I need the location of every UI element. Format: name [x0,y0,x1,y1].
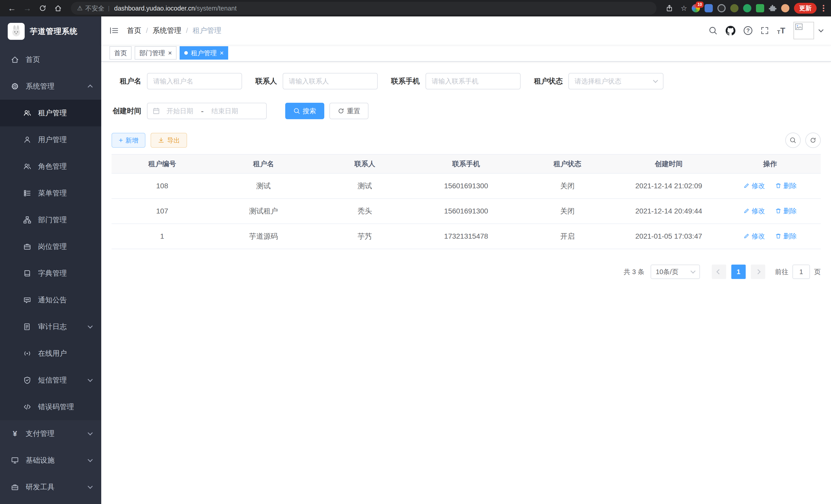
page-size-select[interactable]: 10条/页 [651,265,700,279]
tab-tenant[interactable]: 租户管理 × [180,46,228,60]
avatar-caret-icon[interactable] [819,27,824,32]
edit-button[interactable]: 修改 [743,232,765,241]
forward-icon[interactable]: → [21,2,34,15]
search-icon[interactable] [709,26,717,35]
cell-actions: 修改 删除 [719,224,821,249]
export-button[interactable]: 导出 [150,133,187,148]
reload-icon[interactable] [36,2,49,15]
extension-icon-olive[interactable] [730,4,739,12]
sidebar-item-label: 系统管理 [26,82,55,91]
column-header-name: 租户名 [213,154,314,173]
help-icon[interactable]: ? [744,26,752,35]
tab-home[interactable]: 首页 [110,46,132,60]
breadcrumb-home[interactable]: 首页 [127,26,141,35]
extension-icon-green-circle[interactable] [743,4,751,12]
delete-button[interactable]: 删除 [775,181,797,190]
sidebar-item-audit-log[interactable]: 审计日志 [0,314,101,340]
org-tree-icon [23,216,32,224]
sidebar-item-menu[interactable]: 菜单管理 [0,180,101,207]
next-page-button[interactable] [751,265,765,279]
browser-menu-icon[interactable] [821,5,826,11]
sidebar-item-notice[interactable]: 通知公告 [0,287,101,314]
extension-icon-blue[interactable] [705,4,713,12]
column-header-contact: 联系人 [314,154,416,173]
plus-icon: + [119,137,123,144]
sidebar-item-system[interactable]: 系统管理 [0,73,101,100]
contact-label: 联系人 [255,76,277,86]
sidebar-item-label: 用户管理 [38,135,67,145]
sidebar-item-error-code[interactable]: 错误码管理 [0,393,101,420]
user-avatar[interactable] [794,22,814,39]
tab-dept[interactable]: 部门管理 × [135,46,176,60]
address-bar[interactable]: ⚠ 不安全 | dashboard.yudao.iocoder.cn/syste… [71,2,657,14]
search-button-label: 搜索 [303,107,316,116]
browser-profile-avatar[interactable] [781,4,790,12]
status-select[interactable] [568,73,663,89]
delete-button[interactable]: 删除 [775,232,797,241]
sidebar-toggle-icon[interactable] [110,26,119,35]
share-icon[interactable] [663,2,676,15]
fullscreen-icon[interactable] [761,26,769,35]
sidebar-item-sms[interactable]: 短信管理 [0,367,101,393]
sidebar-item-infra[interactable]: 基础设施 [0,447,101,474]
reset-button[interactable]: 重置 [329,103,369,119]
sidebar-item-tenant[interactable]: 租户管理 [0,100,101,126]
sidebar-item-devtools[interactable]: 研发工具 [0,474,101,500]
table-row: 1 芋道源码 芋艿 17321315478 开启 2021-01-05 17:0… [112,224,821,249]
sidebar-item-label: 首页 [26,55,40,64]
back-icon[interactable]: ← [5,2,19,15]
breadcrumb-separator: / [146,26,148,35]
toggle-search-button[interactable] [785,132,801,148]
sidebar-item-dict[interactable]: 字典管理 [0,260,101,287]
page-number-1[interactable]: 1 [731,265,746,279]
delete-button[interactable]: 删除 [775,207,797,215]
filter-row-1: 租户名 联系人 联系手机 租户状态 [112,73,821,89]
edit-button[interactable]: 修改 [743,181,765,190]
extensions-puzzle-icon[interactable] [769,4,776,12]
update-button[interactable]: 更新 [794,3,816,13]
url-host: dashboard.yudao.iocoder.cn [114,5,195,12]
add-button[interactable]: + 新增 [112,133,145,148]
github-icon[interactable] [726,26,736,35]
sidebar-item-dept[interactable]: 部门管理 [0,207,101,233]
sidebar: 芋道管理系统 首页 系统管理 [0,17,101,504]
sidebar-item-label: 角色管理 [38,161,67,171]
browser-home-icon[interactable] [51,2,65,15]
start-date-input[interactable] [162,107,198,115]
sidebar-item-label: 审计日志 [38,322,67,332]
prev-page-button[interactable] [712,265,726,279]
cell-name: 芋道源码 [213,224,314,249]
tenant-name-input[interactable] [153,77,236,85]
bookmark-star-icon[interactable]: ☆ [681,4,687,12]
search-button[interactable]: 搜索 [285,103,324,119]
column-header-phone: 联系手机 [416,154,517,173]
chevron-down-icon [690,268,695,274]
end-date-input[interactable] [207,107,243,115]
phone-input[interactable] [432,77,514,85]
sidebar-item-home[interactable]: 首页 [0,46,101,73]
breadcrumb-system[interactable]: 系统管理 [153,26,181,35]
close-icon[interactable]: × [168,50,172,56]
close-icon[interactable]: × [220,50,224,56]
status-select-input[interactable] [575,77,654,85]
font-size-icon[interactable]: TT [777,26,785,35]
extension-icon-colorful[interactable]: 10 [692,4,700,12]
table-toolbar: + 新增 导出 [112,132,821,148]
goto-page-input[interactable] [793,265,810,279]
edit-button[interactable]: 修改 [743,207,765,215]
cell-created: 2021-01-05 17:03:47 [618,224,719,249]
browser-actions: ☆ 10 更新 [663,2,826,15]
main: 首页 / 系统管理 / 租户管理 ? [101,17,831,504]
contact-input[interactable] [289,77,372,85]
refresh-button[interactable] [805,132,821,148]
extension-icon-green-square[interactable] [756,4,764,12]
sidebar-item-user[interactable]: 用户管理 [0,126,101,153]
logo[interactable]: 芋道管理系统 [0,17,101,46]
shield-icon [23,376,32,384]
extension-icon-ring[interactable] [717,4,726,12]
sidebar-item-online-user[interactable]: 在线用户 [0,340,101,367]
sidebar-item-post[interactable]: 岗位管理 [0,233,101,260]
sidebar-item-payment[interactable]: ¥ 支付管理 [0,420,101,447]
date-range-picker[interactable]: - [147,103,267,119]
sidebar-item-role[interactable]: 角色管理 [0,153,101,180]
